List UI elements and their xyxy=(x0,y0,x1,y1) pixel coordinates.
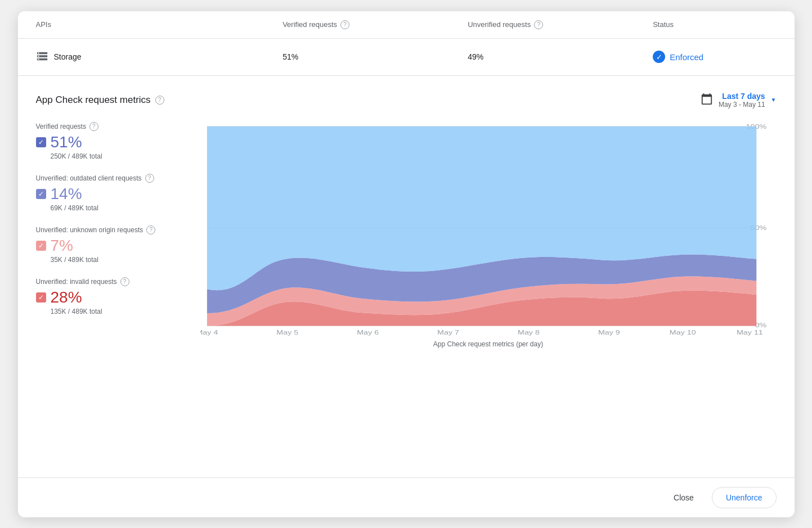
unenforce-button[interactable]: Unenforce xyxy=(712,487,777,508)
legend-percent-0: ✓ 51% xyxy=(36,133,182,151)
col-unverified: Unverified requests ? xyxy=(468,20,653,29)
verified-help-icon[interactable]: ? xyxy=(340,20,349,29)
enforced-check-icon: ✓ xyxy=(653,51,665,63)
svg-text:0%: 0% xyxy=(755,321,766,328)
legend-checkbox-3[interactable]: ✓ xyxy=(36,292,46,303)
svg-text:May 9: May 9 xyxy=(598,328,620,336)
legend-percent-1: ✓ 14% xyxy=(36,185,182,203)
storage-row: Storage 51% 49% ✓ Enforced xyxy=(18,39,795,76)
svg-text:May 5: May 5 xyxy=(276,328,298,336)
legend-checkbox-1[interactable]: ✓ xyxy=(36,189,46,199)
table-header: APIs Verified requests ? Unverified requ… xyxy=(18,11,795,39)
svg-text:May 6: May 6 xyxy=(357,328,379,336)
legend-percent-2: ✓ 7% xyxy=(36,237,182,255)
calendar-icon xyxy=(701,93,713,107)
legend-item-0: Verified requests ? ✓ 51% 250K / 489K to… xyxy=(36,122,182,160)
metrics-title: App Check request metrics ? xyxy=(36,94,164,106)
legend-total-3: 135K / 489K total xyxy=(51,308,182,315)
date-range-picker[interactable]: Last 7 days May 3 - May 11 ▼ xyxy=(701,92,777,109)
legend-label-1: Unverified: outdated client requests ? xyxy=(36,174,182,183)
legend-checkbox-0[interactable]: ✓ xyxy=(36,137,46,147)
date-range-text: Last 7 days May 3 - May 11 xyxy=(719,92,765,109)
legend-item-2: Unverified: unknown origin requests ? ✓ … xyxy=(36,225,182,264)
svg-text:May 7: May 7 xyxy=(437,328,459,336)
col-status: Status xyxy=(653,20,776,29)
legend-item-3: Unverified: invalid requests ? ✓ 28% 135… xyxy=(36,277,182,315)
legend-percent-3: ✓ 28% xyxy=(36,288,182,306)
legend-total-2: 35K / 489K total xyxy=(51,256,182,264)
legend-label-3: Unverified: invalid requests ? xyxy=(36,277,182,286)
dropdown-arrow-icon: ▼ xyxy=(771,97,777,103)
storage-unverified-pct: 49% xyxy=(468,52,653,61)
metrics-section: App Check request metrics ? Last 7 days … xyxy=(18,76,795,477)
metrics-header: App Check request metrics ? Last 7 days … xyxy=(36,92,777,109)
chart-x-label: App Check request metrics (per day) xyxy=(200,340,777,348)
modal: APIs Verified requests ? Unverified requ… xyxy=(18,11,795,517)
svg-text:May 4: May 4 xyxy=(200,328,218,336)
legend-help-1[interactable]: ? xyxy=(145,174,154,183)
unverified-help-icon[interactable]: ? xyxy=(534,20,543,29)
legend-help-3[interactable]: ? xyxy=(120,277,129,286)
legend-panel: Verified requests ? ✓ 51% 250K / 489K to… xyxy=(36,122,182,348)
legend-total-0: 250K / 489K total xyxy=(51,152,182,160)
metrics-help-icon[interactable]: ? xyxy=(155,96,164,105)
col-verified: Verified requests ? xyxy=(282,20,468,29)
close-button[interactable]: Close xyxy=(662,487,705,508)
svg-text:May 11: May 11 xyxy=(736,328,762,336)
chart-container: 100% 50% 0% xyxy=(200,122,777,348)
legend-checkbox-2[interactable]: ✓ xyxy=(36,241,46,251)
storage-verified-pct: 51% xyxy=(282,52,468,61)
legend-label-2: Unverified: unknown origin requests ? xyxy=(36,225,182,234)
footer: Close Unenforce xyxy=(18,477,795,517)
legend-item-1: Unverified: outdated client requests ? ✓… xyxy=(36,174,182,212)
chart-svg: 100% 50% 0% xyxy=(200,122,777,336)
legend-help-0[interactable]: ? xyxy=(89,122,98,131)
legend-label-0: Verified requests ? xyxy=(36,122,182,131)
storage-name-cell: Storage xyxy=(36,50,283,64)
legend-total-1: 69K / 489K total xyxy=(51,204,182,212)
col-apis: APIs xyxy=(36,20,283,29)
svg-text:May 10: May 10 xyxy=(669,328,696,336)
storage-icon xyxy=(36,50,48,64)
storage-status: ✓ Enforced xyxy=(653,51,776,63)
legend-help-2[interactable]: ? xyxy=(146,225,155,234)
chart-area: Verified requests ? ✓ 51% 250K / 489K to… xyxy=(36,122,777,348)
svg-text:May 8: May 8 xyxy=(517,328,539,336)
